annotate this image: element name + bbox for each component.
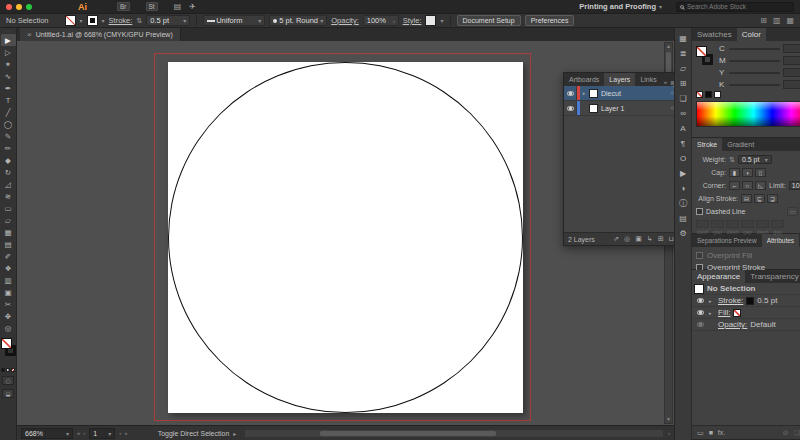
tab-layers[interactable]: Layers — [604, 73, 635, 86]
corner-round-icon[interactable]: ∩ — [742, 181, 753, 190]
fill-indicator-swatch[interactable] — [1, 338, 12, 349]
hand-tool[interactable]: ✥ — [1, 310, 16, 322]
tab-color[interactable]: Color — [737, 28, 766, 41]
shape-builder-tool[interactable]: ▱ — [1, 214, 16, 226]
channel-value-field[interactable] — [783, 56, 800, 65]
expand-icon[interactable]: ▸ — [709, 298, 715, 304]
visibility-cell[interactable] — [564, 86, 577, 100]
fill-chevron-icon[interactable]: ▾ — [80, 17, 83, 24]
layer-thumbnail[interactable] — [589, 104, 598, 113]
separations-preview-panel-icon[interactable]: ◑ — [675, 182, 691, 195]
prev-artboard-icon[interactable]: ‹ — [83, 430, 85, 436]
overprint-fill-checkbox[interactable] — [696, 252, 703, 259]
scroll-down-icon[interactable]: ▼ — [665, 416, 672, 423]
close-tab-icon[interactable]: × — [27, 30, 32, 39]
opacity-attr-label[interactable]: Opacity: — [718, 320, 747, 329]
none-mode-button[interactable] — [11, 368, 15, 372]
next-artboard-icon[interactable]: › — [119, 430, 121, 436]
stroke-color-swatch[interactable] — [746, 297, 754, 305]
scale-tool[interactable]: ◿ — [1, 178, 16, 190]
collect-for-export-icon[interactable]: ⇗ — [613, 235, 619, 243]
dash-input[interactable] — [696, 220, 709, 228]
channel-slider[interactable] — [729, 72, 780, 74]
ellipse-tool[interactable]: ◯ — [1, 118, 16, 130]
last-artboard-icon[interactable]: » — [124, 430, 127, 436]
eyedropper-tool[interactable]: ✐ — [1, 250, 16, 262]
zoom-tool[interactable]: ◎ — [1, 322, 16, 334]
cap-butt-icon[interactable]: ▮ — [729, 168, 740, 177]
miter-limit-field[interactable]: 10 — [789, 181, 800, 190]
blend-tool[interactable]: ❖ — [1, 262, 16, 274]
color-spectrum-bar[interactable] — [696, 101, 800, 127]
preserve-dashes-icon[interactable]: ▭ — [787, 207, 798, 216]
black-swatch[interactable] — [705, 91, 712, 98]
minimize-window-button[interactable] — [16, 4, 22, 10]
add-new-effect-icon[interactable]: fx. — [718, 429, 725, 437]
style-chevron-icon[interactable]: ▾ — [440, 17, 443, 24]
stock-search[interactable] — [676, 2, 794, 12]
white-swatch[interactable] — [714, 91, 721, 98]
new-layer-icon[interactable]: ⊞ — [658, 235, 664, 243]
stroke-panel-link[interactable]: Stroke: — [109, 16, 133, 25]
screen-mode-button[interactable]: ⬓ — [2, 389, 14, 398]
status-popup-icon[interactable]: ▸ — [233, 430, 236, 437]
color-mode-button[interactable] — [1, 368, 5, 372]
pathfinder-panel-icon[interactable]: ⊞ — [675, 77, 691, 90]
column-graph-tool[interactable]: ▥ — [1, 274, 16, 286]
rotate-tool[interactable]: ↻ — [1, 166, 16, 178]
transform-panel-icon[interactable]: ▱ — [675, 62, 691, 75]
scroll-right-icon[interactable]: › — [668, 430, 670, 436]
canvas[interactable]: ▲ ▼ Artboards Layers Links »≣ — [17, 41, 674, 425]
channel-value-field[interactable] — [783, 80, 800, 89]
expand-icon[interactable]: ▸ — [709, 310, 715, 316]
stroke-weight-stepper[interactable]: ⇅ — [136, 17, 142, 25]
share-icon[interactable]: ✈ — [189, 2, 196, 11]
style-panel-link[interactable]: Style: — [403, 16, 422, 25]
mesh-tool[interactable]: ▦ — [1, 226, 16, 238]
appearance-fill-row[interactable]: ▸ Fill: — [692, 307, 800, 319]
channel-slider[interactable] — [729, 84, 780, 86]
visibility-cell[interactable] — [694, 310, 706, 315]
layer-name[interactable]: Layer 1 — [601, 105, 624, 112]
document-tab[interactable]: × Untitled-1.ai @ 668% (CMYK/GPU Preview… — [20, 28, 181, 41]
align-stroke-center-icon[interactable]: ⊟ — [741, 194, 752, 203]
layer-row-diecut[interactable]: ▸ Diecut ○ — [564, 86, 674, 101]
workspace-switcher[interactable]: Printing and Proofing ▾ — [579, 2, 662, 11]
horizontal-scrollbar[interactable] — [244, 429, 664, 438]
close-window-button[interactable] — [6, 4, 12, 10]
layer-name[interactable]: Diecut — [601, 90, 621, 97]
weight-dropdown[interactable]: 0.5 pt ▾ — [738, 155, 772, 164]
visibility-cell[interactable] — [564, 101, 577, 115]
fill-color-swatch[interactable] — [733, 309, 741, 317]
tab-transparency[interactable]: Transparency — [745, 270, 800, 283]
dock-panels-icon[interactable]: ▥ — [773, 16, 781, 25]
flattener-preview-panel-icon[interactable]: ⚙ — [675, 227, 691, 240]
tab-links[interactable]: Links — [635, 73, 661, 86]
locate-object-icon[interactable]: ◎ — [624, 235, 630, 243]
gradient-tool[interactable]: ▤ — [1, 238, 16, 250]
tab-artboards[interactable]: Artboards — [564, 73, 604, 86]
appearance-stroke-row[interactable]: ▸ Stroke: 0.5 pt — [692, 295, 800, 307]
bridge-button[interactable]: Br — [117, 2, 130, 11]
align-stroke-outside-icon[interactable]: ⊒ — [767, 194, 778, 203]
eraser-tool[interactable]: ◆ — [1, 154, 16, 166]
graphic-style-swatch[interactable] — [425, 15, 436, 26]
visibility-cell[interactable] — [694, 298, 706, 303]
new-sublayer-icon[interactable]: ↳ — [647, 235, 653, 243]
dashed-line-checkbox[interactable] — [696, 208, 703, 215]
channel-value-field[interactable] — [783, 68, 800, 77]
links-panel-icon[interactable]: ∞ — [675, 107, 691, 120]
fill-attr-label[interactable]: Fill: — [718, 308, 730, 317]
first-artboard-icon[interactable]: « — [77, 430, 80, 436]
channel-slider[interactable] — [729, 60, 780, 62]
corner-miter-icon[interactable]: ⌐ — [729, 181, 740, 190]
layer-row-layer-1[interactable]: Layer 1 ○ — [564, 101, 674, 116]
tab-attributes[interactable]: Attributes — [762, 234, 799, 247]
drawing-mode-button[interactable]: ▢ — [2, 376, 14, 385]
info-panel-icon[interactable]: ⓘ — [675, 197, 691, 210]
layers-panel-icon[interactable]: ❏ — [675, 92, 691, 105]
artboard-tool[interactable]: ▣ — [1, 286, 16, 298]
zoom-window-button[interactable] — [26, 4, 32, 10]
layer-thumbnail[interactable] — [589, 89, 598, 98]
clear-appearance-icon[interactable]: ⊘ — [783, 429, 789, 437]
